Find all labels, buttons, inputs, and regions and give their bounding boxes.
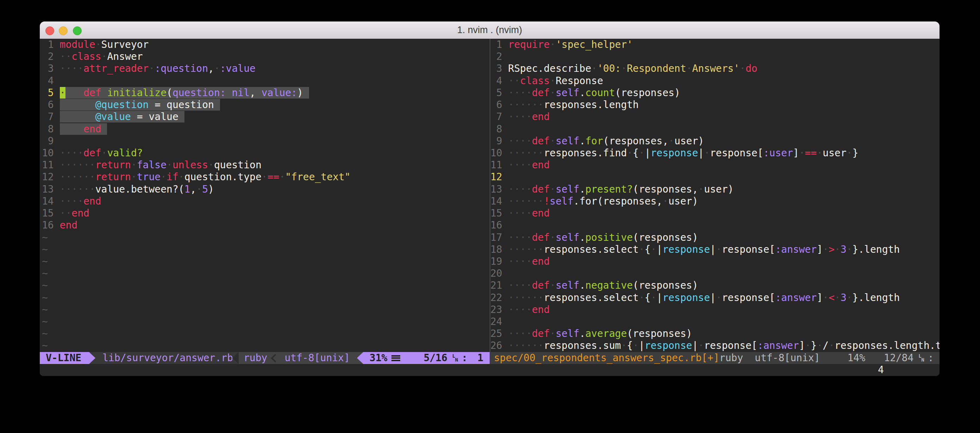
code-line: 13 ····def·self.present?(responses,·user… — [490, 183, 940, 195]
line-position: 5/16 — [423, 352, 447, 364]
code-line: 12 — [490, 171, 940, 183]
filler-line: ~ — [42, 280, 490, 291]
code-line: 15 ····end — [490, 207, 940, 219]
line-number: 4 — [42, 75, 60, 87]
line-number: 5 — [42, 87, 60, 99]
encoding-label: utf-8[unix] — [280, 352, 356, 364]
code-line: 5 ····def·self.count(responses) — [490, 87, 940, 99]
window-titlebar[interactable]: 1. nvim . (nvim) — [40, 21, 940, 39]
line-number: 11 — [42, 159, 60, 171]
line-number: 13 — [490, 183, 508, 195]
editor-pane-right[interactable]: 1 require·'spec_helper' 2 3 RSpec.descri… — [490, 39, 940, 352]
line-number: 25 — [490, 328, 508, 340]
line-number: 8 — [42, 123, 60, 135]
line-position: 12/84 — [884, 352, 913, 364]
line-number: 1 — [42, 39, 60, 51]
line-number: 9 — [42, 135, 60, 147]
code-line: 10 ····def·valid? — [42, 147, 490, 159]
code-line: 7 ····end — [490, 111, 940, 123]
line-number: 14 — [42, 195, 60, 207]
powerline-left-arrow-icon — [232, 352, 239, 364]
line-number: 10 — [490, 147, 508, 159]
code-line: 17 ····def·self.positive(responses) — [490, 232, 940, 244]
editor-pane-left[interactable]: 1 module·Surveyor 2 ··class·Answer 3 ···… — [40, 39, 490, 352]
filler-line: ~ — [42, 340, 490, 352]
code-line: 1 require·'spec_helper' — [490, 39, 940, 51]
code-line: 9 ····def·self.for(responses,·user) — [490, 135, 940, 147]
line-number: 1 — [490, 39, 508, 51]
line-number: 17 — [490, 232, 508, 244]
code-line: 16 end — [42, 219, 490, 231]
line-number: 12 — [42, 171, 60, 183]
code-line: 16 — [490, 219, 940, 231]
command-line[interactable]: 4 — [40, 364, 940, 376]
active-file-path: lib/surveyor/answer.rb — [95, 352, 232, 364]
line-number: 6 — [490, 99, 508, 111]
line-number: 10 — [42, 147, 60, 159]
code-line: 3 ····attr_reader·:question,·:value — [42, 63, 490, 75]
code-line: 24 — [490, 316, 940, 328]
line-number: 22 — [490, 292, 508, 304]
scroll-percent: 31% — [370, 352, 388, 364]
line-number: 2 — [42, 51, 60, 63]
code-line: 26 ······responses.sum·{·|response|·resp… — [490, 340, 940, 352]
code-line: 8 ····end — [42, 123, 490, 135]
code-line: 6 ······@question·=·question — [42, 99, 490, 111]
code-line: 1 module·Surveyor — [42, 39, 490, 51]
code-line: 4 — [42, 75, 490, 87]
code-line: 12 ······return·true·if·question.type·==… — [42, 171, 490, 183]
pending-command: 4 — [878, 364, 884, 376]
filetype-encoding-segment: ruby utf-8[unix] — [239, 352, 357, 364]
encoding-label: utf-8[unix] — [755, 352, 820, 364]
terminal-window: 1. nvim . (nvim) 1 module·Surveyor 2 ··c… — [40, 21, 940, 376]
code-line: 25 ····def·self.average(responses) — [490, 328, 940, 340]
chevron-left-icon — [271, 354, 280, 362]
line-number: 11 — [490, 159, 508, 171]
code-line: 5 ····def·initialize(question:·nil,·valu… — [42, 87, 490, 99]
code-line: 23 ····end — [490, 304, 940, 316]
line-number: 5 — [490, 87, 508, 99]
statusline-inactive: spec/00_respondents_answers_spec.rb[+] r… — [490, 352, 940, 364]
line-number: 6 — [42, 99, 60, 111]
code-line: 3 RSpec.describe·'00:·Respondent·Answers… — [490, 63, 940, 75]
code-line: 9 — [42, 135, 490, 147]
filler-line: ~ — [42, 244, 490, 256]
colon-separator: : — [928, 352, 934, 364]
line-number: 26 — [490, 340, 508, 352]
code-line: 14 ····end — [42, 195, 490, 207]
colon-separator: : — [461, 352, 468, 364]
line-number: 21 — [490, 280, 508, 291]
line-number: 24 — [490, 316, 508, 328]
code-line: 8 — [490, 123, 940, 135]
window-title: 1. nvim . (nvim) — [40, 21, 940, 39]
code-line: 4 ··class·Response — [490, 75, 940, 87]
filler-line: ~ — [42, 292, 490, 304]
line-number: 8 — [490, 123, 508, 135]
filler-line: ~ — [42, 328, 490, 340]
filetype-label: ruby — [239, 352, 270, 364]
line-number: 15 — [42, 207, 60, 219]
code-line: 19 ····end — [490, 256, 940, 267]
code-line: 11 ······return·false·unless·question — [42, 159, 490, 171]
line-number: 3 — [490, 63, 508, 75]
line-number: 20 — [490, 267, 508, 280]
code-line: 2 — [490, 51, 940, 63]
line-number: 23 — [490, 304, 508, 316]
filler-line: ~ — [42, 316, 490, 328]
line-number-icon: LN — [918, 354, 924, 362]
visual-selection: ······@value·=·value — [60, 111, 185, 123]
visual-selection: ····end — [60, 123, 107, 135]
line-number: 12 — [490, 171, 508, 183]
code-line: 10 ······responses.find·{·|response|·res… — [490, 147, 940, 159]
code-line: 6 ······responses.length — [490, 99, 940, 111]
line-number-icon: LN — [452, 354, 458, 362]
statusline-active: V-LINE lib/surveyor/answer.rb ruby utf-8… — [40, 352, 490, 364]
filetype-label: ruby — [719, 352, 743, 364]
nvim-terminal[interactable]: 1 module·Surveyor 2 ··class·Answer 3 ···… — [40, 39, 940, 376]
code-line: 18 ······responses.select·{·|response|·r… — [490, 244, 940, 256]
line-number: 3 — [42, 63, 60, 75]
code-line: 14 ······!self.for(responses,·user) — [490, 195, 940, 207]
line-number: 7 — [42, 111, 60, 123]
code-line: 13 ······value.between?(1,·5) — [42, 183, 490, 195]
code-line: 20 — [490, 267, 940, 280]
